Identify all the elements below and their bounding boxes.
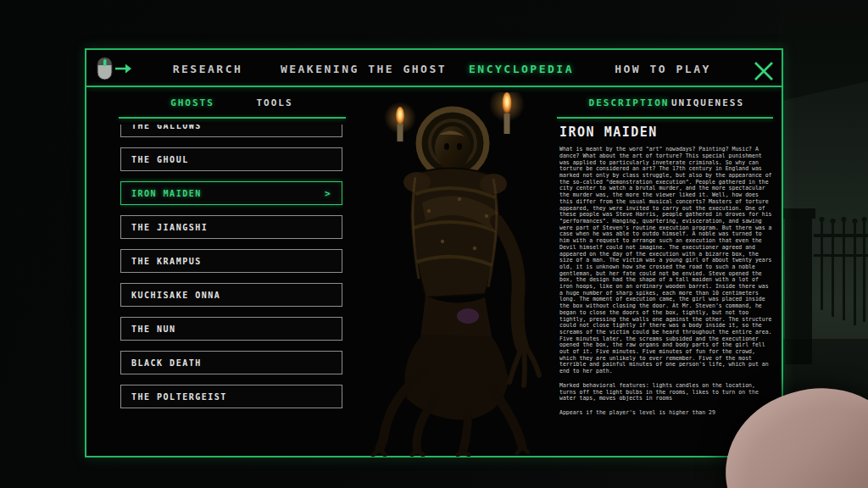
ghost-item-label: THE KRAMPUS: [131, 257, 202, 266]
tab-how-to-play[interactable]: HOW TO PLAY: [615, 63, 711, 75]
level-requirement: Appears if the player's level is higher …: [559, 409, 773, 416]
selected-arrow-icon: >: [325, 188, 331, 199]
description-text: What is meant by the word "art" nowadays…: [559, 146, 773, 415]
tab-ghosts[interactable]: GHOSTS: [170, 97, 214, 108]
tab-tools[interactable]: TOOLS: [256, 97, 292, 108]
tab-encyclopedia[interactable]: ENCYCLOPEDIA: [469, 63, 574, 75]
tab-research[interactable]: RESEARCH: [173, 63, 243, 75]
tab-weakening-the-ghost[interactable]: WEAKENING THE GHOST: [281, 63, 447, 75]
game-screen: RESEARCH WEAKENING THE GHOST ENCYCLOPEDI…: [0, 0, 868, 488]
behavior-paragraph: Marked behavioral features: lights candl…: [559, 382, 773, 402]
ghost-item-the-krampus[interactable]: THE KRAMPUS: [120, 249, 342, 273]
ghost-item-label: THE JIANGSHI: [131, 223, 208, 232]
iron-maiden-artwork: [341, 92, 570, 457]
ghost-item-label: IRON MAIDEN: [131, 189, 202, 198]
ghost-item-kuchisake-onna[interactable]: KUCHISAKE ONNA: [120, 283, 342, 307]
ghost-item-label: KUCHISAKE ONNA: [131, 291, 220, 300]
ghost-item-label: THE NUN: [131, 324, 176, 334]
nav-divider: [86, 86, 782, 87]
close-icon[interactable]: [753, 60, 775, 82]
ghost-item-the-gallows[interactable]: THE GALLOWS: [120, 125, 342, 137]
description-paragraph: What is meant by the word "art" nowadays…: [559, 146, 773, 374]
ghost-item-the-ghoul[interactable]: THE GHOUL: [120, 147, 342, 171]
ghost-item-the-poltergeist[interactable]: THE POLTERGEIST: [120, 385, 342, 408]
mouse-navigation-icon: [95, 56, 132, 81]
ghost-item-label: BLACK DEATH: [131, 358, 202, 368]
tab-uniqueness[interactable]: UNIQUENESS: [671, 97, 744, 108]
ghost-item-black-death[interactable]: BLACK DEATH: [120, 351, 342, 374]
ghost-item-the-jiangshi[interactable]: THE JIANGSHI: [120, 215, 342, 239]
ghost-item-label: THE POLTERGEIST: [131, 392, 227, 402]
ghost-item-label: THE GHOUL: [131, 155, 189, 164]
ghost-item-iron-maiden[interactable]: IRON MAIDEN>: [120, 181, 342, 205]
journal-panel: RESEARCH WEAKENING THE GHOST ENCYCLOPEDI…: [85, 48, 783, 458]
ghost-item-the-nun[interactable]: THE NUN: [120, 317, 342, 341]
ghosts-tools-underline: [119, 117, 346, 119]
ghost-item-label: THE GALLOWS: [131, 125, 202, 130]
ghost-list: THE GALLOWS THE GHOUL IRON MAIDEN> THE J…: [120, 125, 342, 423]
ghost-title: IRON MAIDEN: [559, 125, 773, 140]
tab-description[interactable]: DESCRIPTION: [589, 97, 670, 108]
description-uniqueness-underline: [557, 117, 773, 119]
